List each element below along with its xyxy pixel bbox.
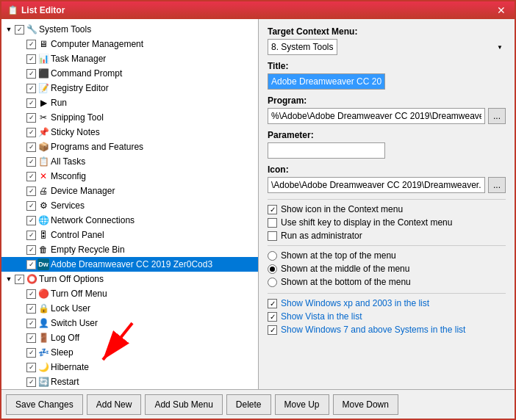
icon-input[interactable] [268, 177, 485, 193]
chk-adobe-dreamweaver[interactable] [26, 260, 36, 269]
tree-item-programs-features[interactable]: 📦 Programs and Features [1, 140, 258, 154]
all-tasks-icon: 📋 [37, 156, 49, 167]
programs-features-label: Programs and Features [51, 142, 143, 152]
tree-item-adobe-dreamweaver[interactable]: Dw Adobe Dreamweaver CC 2019 Zer0Cod3 [1, 257, 258, 272]
tree-item-registry-editor[interactable]: 📝 Registry Editor [1, 81, 258, 95]
chk-restart[interactable] [26, 377, 36, 387]
target-context-menu-dropdown-wrapper[interactable]: 8. System Tools [268, 39, 506, 55]
services-icon: ⚙ [37, 200, 49, 211]
tree-item-device-manager[interactable]: 🖨 Device Manager [1, 184, 258, 198]
tree-item-sleep[interactable]: 💤 Sleep [1, 345, 258, 360]
target-context-menu-label: Target Context Menu: [268, 26, 506, 37]
chk-all-tasks[interactable] [26, 157, 36, 167]
bottom-toolbar: Save Changes Add New Add Sub Menu Delete… [1, 389, 515, 419]
radio-top-item[interactable]: Shown at the top of the menu [268, 250, 506, 261]
target-context-menu-dropdown[interactable]: 8. System Tools [268, 39, 337, 55]
chk-control-panel[interactable] [26, 231, 36, 240]
radio-top[interactable] [268, 251, 277, 261]
chk-sleep[interactable] [26, 348, 36, 358]
show-xp-checkbox-item[interactable]: Show Windows xp and 2003 in the list [268, 298, 506, 308]
program-browse-button[interactable]: ... [488, 108, 506, 124]
chk-lock-user[interactable] [26, 304, 36, 314]
delete-button[interactable]: Delete [226, 394, 271, 415]
chk-hibernate[interactable] [26, 363, 36, 372]
radio-bottom-item[interactable]: Shown at the bottom of the menu [268, 277, 506, 287]
save-changes-button[interactable]: Save Changes [6, 394, 83, 415]
app-icon: 📋 [7, 5, 18, 15]
tree-item-control-panel[interactable]: 🎛 Control Panel [1, 228, 258, 242]
shift-key-checkbox[interactable] [268, 218, 277, 228]
chk-network-connections[interactable] [26, 216, 36, 225]
tree-item-run[interactable]: ▶ Run [1, 95, 258, 110]
show-xp-checkbox[interactable] [268, 299, 277, 308]
tree-item-lock-user[interactable]: 🔒 Lock User [1, 301, 258, 316]
tree-item-empty-recycle-bin[interactable]: 🗑 Empty Recycle Bin [1, 242, 258, 257]
show-vista-checkbox[interactable] [268, 312, 277, 322]
chk-computer-management[interactable] [26, 40, 36, 49]
chk-log-off[interactable] [26, 333, 36, 343]
chk-snipping-tool[interactable] [26, 113, 36, 123]
radio-middle[interactable] [268, 264, 277, 274]
tree-item-sticky-notes[interactable]: 📌 Sticky Notes [1, 125, 258, 140]
radio-bottom[interactable] [268, 278, 277, 287]
parameter-input[interactable] [268, 142, 385, 159]
chk-run[interactable] [26, 98, 36, 108]
chk-task-manager[interactable] [26, 54, 36, 64]
chk-command-prompt[interactable] [26, 69, 36, 79]
checkbox-turn-off-options[interactable] [15, 275, 24, 284]
chk-empty-recycle-bin[interactable] [26, 245, 36, 255]
spacer [16, 216, 25, 225]
tree-item-switch-user[interactable]: 👤 Switch User [1, 316, 258, 330]
program-input[interactable] [268, 108, 485, 124]
chk-programs-features[interactable] [26, 142, 36, 152]
spacer [16, 260, 25, 269]
move-up-button[interactable]: Move Up [275, 394, 329, 415]
options-checkbox-group: Show icon in the Context menu Use shift … [268, 204, 506, 241]
adobe-dreamweaver-icon: Dw [37, 258, 49, 270]
tree-item-command-prompt[interactable]: ⬛ Command Prompt [1, 66, 258, 81]
radio-middle-label: Shown at the middle of the menu [281, 264, 409, 274]
show-icon-checkbox[interactable] [268, 205, 277, 214]
tree-item-msconfig[interactable]: ✕ Msconfig [1, 169, 258, 184]
show-vista-checkbox-item[interactable]: Show Vista in the list [268, 311, 506, 322]
tree-item-services[interactable]: ⚙ Services [1, 198, 258, 213]
chk-turn-off-menu[interactable] [26, 289, 36, 299]
main-window: 📋 List Editor ✕ ▼ 🔧 System Tools 🖥 [0, 0, 516, 420]
show-win7-checkbox[interactable] [268, 325, 277, 335]
sleep-icon: 💤 [37, 347, 49, 358]
tree-item-restart[interactable]: 🔄 Restart [1, 374, 258, 389]
add-sub-menu-button[interactable]: Add Sub Menu [145, 394, 222, 415]
chk-sticky-notes[interactable] [26, 128, 36, 137]
show-win7-checkbox-item[interactable]: Show Windows 7 and above Systems in the … [268, 325, 506, 335]
chk-device-manager[interactable] [26, 187, 36, 196]
checkbox-system-tools[interactable] [15, 25, 24, 35]
move-down-button[interactable]: Move Down [333, 394, 398, 415]
run-admin-checkbox-item[interactable]: Run as administrator [268, 231, 506, 241]
main-content: ▼ 🔧 System Tools 🖥 Computer Management 📊… [1, 19, 515, 389]
chk-registry-editor[interactable] [26, 84, 36, 93]
tree-item-snipping-tool[interactable]: ✂ Snipping Tool [1, 110, 258, 125]
title-input[interactable] [268, 73, 385, 90]
turn-off-menu-label: Turn Off Menu [51, 289, 107, 299]
tree-item-turn-off-menu[interactable]: 🔴 Turn Off Menu [1, 286, 258, 301]
chk-msconfig[interactable] [26, 172, 36, 181]
section-turn-off-options[interactable]: ▼ ⭕ Turn Off Options [1, 272, 258, 286]
radio-middle-item[interactable]: Shown at the middle of the menu [268, 264, 506, 274]
tree-item-network-connections[interactable]: 🌐 Network Connections [1, 213, 258, 228]
tree-item-log-off[interactable]: 🚪 Log Off [1, 330, 258, 345]
shift-key-checkbox-item[interactable]: Use shift key to display in the Context … [268, 217, 506, 228]
empty-recycle-bin-icon: 🗑 [37, 244, 49, 256]
tree-item-computer-management[interactable]: 🖥 Computer Management [1, 37, 258, 51]
tree-item-task-manager[interactable]: 📊 Task Manager [1, 51, 258, 66]
close-button[interactable]: ✕ [494, 5, 509, 15]
tree-item-all-tasks[interactable]: 📋 All Tasks [1, 154, 258, 169]
chk-services[interactable] [26, 201, 36, 211]
icon-browse-button[interactable]: ... [488, 177, 506, 193]
tree-item-hibernate[interactable]: 🌙 Hibernate [1, 360, 258, 374]
add-new-button[interactable]: Add New [87, 394, 142, 415]
run-admin-checkbox[interactable] [268, 231, 277, 241]
chk-switch-user[interactable] [26, 319, 36, 328]
spacer [16, 289, 25, 298]
show-icon-checkbox-item[interactable]: Show icon in the Context menu [268, 204, 506, 214]
section-system-tools[interactable]: ▼ 🔧 System Tools [1, 22, 258, 37]
